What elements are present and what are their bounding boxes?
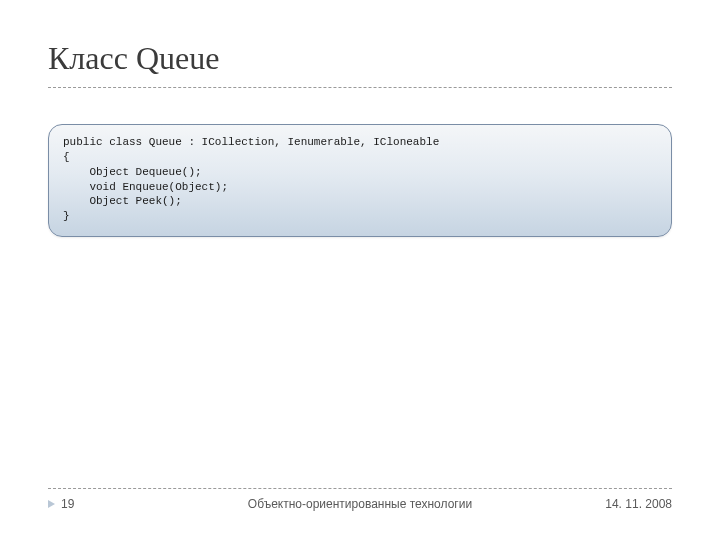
code-block: public class Queue : ICollection, Ienume… <box>48 124 672 237</box>
code-line: Object Dequeue(); <box>63 165 657 180</box>
code-line: Object Peek(); <box>63 194 657 209</box>
code-line: public class Queue : ICollection, Ienume… <box>63 135 657 150</box>
slide: Класс Queue public class Queue : ICollec… <box>0 0 720 540</box>
footer-inner: 19 Объектно-ориентированные технологии 1… <box>48 497 672 511</box>
code-line: } <box>63 209 657 224</box>
footer-subtitle: Объектно-ориентированные технологии <box>48 497 672 511</box>
page-title: Класс Queue <box>48 40 672 88</box>
code-line: void Enqueue(Object); <box>63 180 657 195</box>
footer: 19 Объектно-ориентированные технологии 1… <box>48 488 672 516</box>
code-line: { <box>63 150 657 165</box>
